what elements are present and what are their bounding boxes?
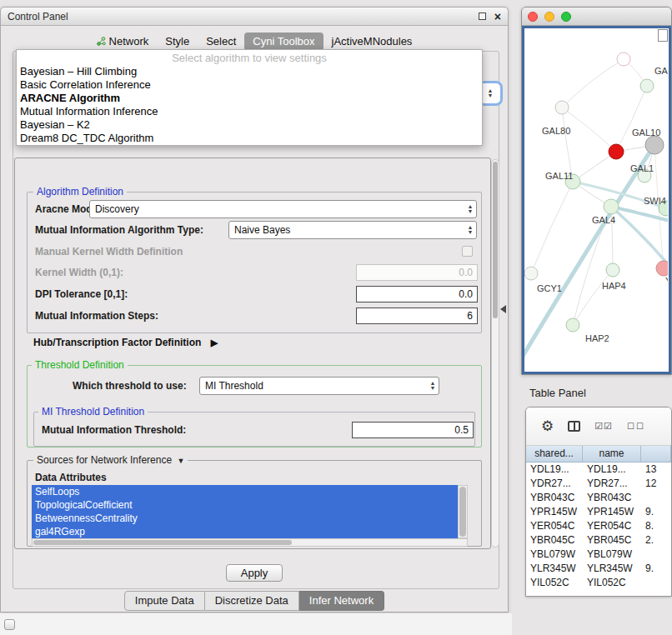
select-all-checkboxes-icon[interactable]: ☑☑ bbox=[594, 421, 613, 432]
tab-cyni-toolbox[interactable]: Cyni Toolbox bbox=[244, 32, 323, 51]
mi-algorithm-type-value: Naive Bayes bbox=[229, 224, 464, 236]
network-edge[interactable] bbox=[616, 86, 647, 152]
close-traffic-light[interactable] bbox=[528, 12, 538, 22]
columns-icon[interactable] bbox=[568, 421, 580, 432]
network-node[interactable] bbox=[617, 52, 630, 66]
algorithm-menu-item[interactable]: Bayesian – K2 bbox=[17, 118, 482, 132]
network-node[interactable] bbox=[604, 199, 619, 214]
settings-vertical-scrollbar[interactable] bbox=[491, 159, 499, 548]
attribute-list-vertical-scrollbar[interactable] bbox=[458, 485, 468, 538]
down-arrow-icon: ▼ bbox=[468, 209, 474, 214]
mi-algorithm-type-select[interactable]: Naive Bayes ▲ ▼ bbox=[228, 221, 477, 239]
tab-label: jActiveMNodules bbox=[332, 35, 413, 48]
attribute-list-horizontal-scrollbar[interactable] bbox=[32, 538, 468, 547]
network-node[interactable] bbox=[566, 318, 579, 332]
algorithm-menu-item[interactable]: Basic Correlation Inference bbox=[17, 78, 482, 92]
apply-button[interactable]: Apply bbox=[226, 564, 283, 582]
mi-steps-field[interactable]: 6 bbox=[356, 308, 478, 324]
scrollbar-thumb[interactable] bbox=[493, 162, 498, 318]
network-node[interactable] bbox=[606, 263, 619, 277]
dpi-tolerance-field[interactable]: 0.0 bbox=[356, 286, 478, 302]
table-row[interactable]: YBL079WYBL079W bbox=[526, 548, 671, 562]
table-panel-window: ⚙ ☑☑ ☐☐ shared... name YDL19...YDL19...1… bbox=[525, 407, 672, 597]
data-attributes-label: Data Attributes bbox=[35, 468, 107, 487]
table-header-row: shared... name bbox=[526, 446, 671, 462]
tab-label: Impute Data bbox=[135, 594, 194, 607]
tab-jactivemnodules[interactable]: jActiveMNodules bbox=[323, 32, 421, 51]
table-row[interactable]: YDR27...YDR27...12 bbox=[526, 477, 671, 491]
bottom-tab-infer-network[interactable]: Infer Network bbox=[299, 591, 384, 611]
network-node-label: Y bbox=[665, 276, 668, 286]
network-edge[interactable] bbox=[524, 145, 654, 362]
network-node[interactable] bbox=[645, 136, 664, 154]
network-canvas[interactable]: GALGAL80GAL10GAL11GAL1SWI4GAL4GCY1HAP4HA… bbox=[522, 26, 671, 374]
network-node[interactable] bbox=[656, 261, 668, 276]
attribute-list-item[interactable]: SelfLoops bbox=[32, 485, 458, 498]
hub-definition-label: Hub/Transcription Factor Definition bbox=[33, 337, 201, 348]
table-cell: 12 bbox=[641, 477, 671, 491]
table-toolbar: ⚙ ☑☑ ☐☐ bbox=[526, 408, 671, 446]
algorithm-menu-item[interactable]: Bayesian – Hill Climbing bbox=[17, 65, 482, 78]
window-title: Control Panel bbox=[8, 11, 68, 22]
bottom-tab-discretize-data[interactable]: Discretize Data bbox=[205, 591, 299, 611]
algorithm-menu-item[interactable]: Mutual Information Inference bbox=[17, 105, 482, 118]
table-row[interactable]: YPR145WYPR145W9. bbox=[526, 505, 671, 519]
table-body: YDL19...YDL19...13YDR27...YDR27...12YBR0… bbox=[526, 462, 671, 590]
column-header-name[interactable]: name bbox=[583, 446, 641, 462]
table-row[interactable]: YBR043CYBR043C bbox=[526, 491, 671, 505]
network-node-label: GCY1 bbox=[537, 283, 562, 293]
close-window-icon[interactable]: × bbox=[494, 12, 501, 22]
network-edge[interactable] bbox=[573, 270, 613, 325]
collapsed-panel-icon[interactable] bbox=[4, 619, 15, 630]
network-edge[interactable] bbox=[562, 59, 624, 108]
network-node-label: GAL11 bbox=[545, 171, 573, 181]
table-row[interactable]: YIL052CYIL052C bbox=[526, 576, 671, 590]
float-window-icon[interactable] bbox=[479, 12, 486, 20]
mi-algorithm-type-label: Mutual Information Algorithm Type: bbox=[35, 221, 203, 239]
network-graph[interactable]: GALGAL80GAL10GAL11GAL1SWI4GAL4GCY1HAP4HA… bbox=[524, 28, 668, 372]
tab-label: Cyni Toolbox bbox=[253, 35, 314, 48]
bottom-tab-impute-data[interactable]: Impute Data bbox=[124, 591, 205, 611]
combo-arrows-icon: ▲ ▼ bbox=[484, 88, 496, 98]
which-threshold-select[interactable]: MI Threshold ▲ ▼ bbox=[199, 377, 439, 395]
table-cell: YIL052C bbox=[526, 576, 583, 590]
column-header-partial[interactable] bbox=[641, 446, 671, 462]
network-node-label: HAP4 bbox=[602, 281, 626, 291]
table-row[interactable]: YBR045CYBR045C2. bbox=[526, 533, 671, 548]
algorithm-menu-item[interactable]: ARACNE Algorithm bbox=[17, 92, 482, 105]
table-row[interactable]: YER054CYER054C8. bbox=[526, 519, 671, 533]
scrollbar-thumb[interactable] bbox=[33, 540, 292, 545]
aracne-mode-select[interactable]: Discovery ▲ ▼ bbox=[89, 200, 477, 218]
network-node[interactable] bbox=[524, 267, 538, 280]
gear-icon[interactable]: ⚙ bbox=[541, 418, 554, 435]
table-row[interactable]: YDL19...YDL19...13 bbox=[526, 462, 671, 477]
tab-style[interactable]: Style bbox=[157, 32, 198, 51]
which-threshold-label: Which threshold to use: bbox=[73, 377, 187, 395]
attribute-list-item[interactable]: BetweennessCentrality bbox=[32, 512, 458, 525]
minimize-traffic-light[interactable] bbox=[544, 12, 554, 22]
table-cell: YLR345W bbox=[526, 562, 583, 576]
table-cell: 2. bbox=[641, 533, 671, 548]
attribute-list-item[interactable]: gal4RGexp bbox=[32, 525, 458, 538]
panel-collapse-arrow-icon[interactable] bbox=[500, 305, 506, 313]
network-node[interactable] bbox=[555, 101, 569, 114]
network-node[interactable] bbox=[640, 79, 654, 92]
attribute-list-item[interactable]: TopologicalCoefficient bbox=[32, 498, 458, 512]
table-row[interactable]: YLR345WYLR345W9. bbox=[526, 562, 671, 576]
table-cell: YIL052C bbox=[583, 576, 641, 590]
deselect-all-checkboxes-icon[interactable]: ☐☐ bbox=[627, 422, 645, 431]
network-edge[interactable] bbox=[531, 182, 573, 273]
sources-expander[interactable]: Sources for Network Inference ▼ bbox=[33, 454, 188, 466]
column-header-shared-name[interactable]: shared... bbox=[526, 446, 583, 462]
hub-definition-expander[interactable]: Hub/Transcription Factor Definition ▶ bbox=[33, 337, 218, 348]
network-node[interactable] bbox=[609, 144, 624, 159]
tab-network[interactable]: Network bbox=[88, 32, 158, 51]
network-node-label: SWI4 bbox=[644, 196, 666, 206]
table-cell: YER054C bbox=[526, 519, 583, 533]
manual-kernel-width-checkbox[interactable] bbox=[462, 246, 473, 257]
algorithm-menu-item[interactable]: Dream8 DC_TDC Algorithm bbox=[17, 132, 482, 145]
mi-threshold-field[interactable]: 0.5 bbox=[352, 422, 474, 438]
zoom-traffic-light[interactable] bbox=[561, 12, 571, 22]
scrollbar-thumb[interactable] bbox=[459, 487, 466, 537]
tab-select[interactable]: Select bbox=[198, 32, 244, 51]
